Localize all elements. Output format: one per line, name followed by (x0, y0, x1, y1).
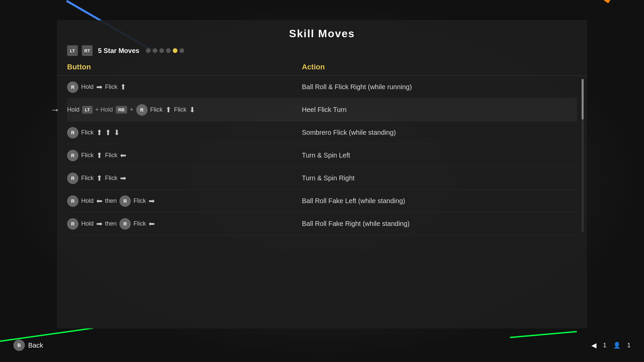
arrow-right-7a: ➡ (96, 220, 102, 228)
hold-text-7: Hold (81, 220, 94, 227)
move-row-5[interactable]: R Flick ⬆ Flick ➡ Turn & Spin Right (67, 167, 577, 190)
category-label: 5 Star Moves (98, 47, 139, 55)
button-col-7: R Hold ➡ then R Flick ⬅ (67, 218, 302, 230)
r-button-1: R (67, 81, 78, 93)
page-number: 1 (603, 342, 606, 349)
bottom-bar: B Back ◀ 1 👤 1 (0, 328, 644, 362)
dot-1 (146, 48, 151, 53)
hold-text-6: Hold (81, 197, 94, 204)
arrow-left-6: ⬅ (96, 197, 102, 205)
moves-container: R Hold ➡ Flick ⬆ Ball Roll & Flick Right… (57, 76, 587, 235)
dot-3 (159, 48, 164, 53)
action-3: Sombrero Flick (while standing) (302, 129, 577, 136)
arrow-up-1: ⬆ (120, 83, 126, 92)
r-button-2: R (136, 104, 148, 116)
main-panel: Skill Moves LT RT 5 Star Moves Button Ac… (57, 20, 587, 328)
button-col-3: R Flick ⬆ ⬆ ⬇ (67, 127, 302, 138)
page-dots (146, 48, 184, 53)
flick-text-5a: Flick (81, 175, 94, 182)
move-row-2[interactable]: → Hold LT + Hold RB + R Flick ⬆ Flick ⬇ … (67, 99, 577, 121)
action-4: Turn & Spin Left (302, 152, 577, 159)
selection-indicator: → (50, 105, 60, 115)
back-label: Back (28, 342, 43, 349)
move-row-1[interactable]: R Hold ➡ Flick ⬆ Ball Roll & Flick Right… (67, 76, 577, 99)
r-button-4: R (67, 150, 78, 161)
moves-list: R Hold ➡ Flick ⬆ Ball Roll & Flick Right… (57, 76, 587, 235)
button-column-header: Button (67, 63, 302, 71)
flick-text-1: Flick (105, 83, 117, 90)
b-button-icon: B (13, 340, 25, 351)
bottom-right-info: ◀ 1 👤 1 (591, 341, 631, 349)
lt-badge[interactable]: LT (67, 45, 78, 56)
hold-text-1: Hold (81, 83, 94, 90)
button-col-5: R Flick ⬆ Flick ➡ (67, 173, 302, 184)
arrow-right-1: ➡ (96, 83, 102, 92)
arrow-right-6: ➡ (149, 197, 155, 205)
player-icon: 👤 (613, 342, 621, 349)
lt-button-2: LT (82, 106, 93, 114)
flick-text-6: Flick (133, 197, 146, 204)
star-nav: LT RT 5 Star Moves (57, 45, 587, 63)
flick-text-4a: Flick (81, 152, 94, 159)
column-headers: Button Action (57, 63, 587, 76)
arrow-left-4: ⬅ (120, 151, 126, 160)
flick-text-3a: Flick (81, 129, 94, 136)
action-5: Turn & Spin Right (302, 174, 577, 182)
action-6: Ball Roll Fake Left (while standing) (302, 197, 577, 205)
dot-2 (153, 48, 157, 53)
r-button-6b: R (119, 195, 131, 207)
scrollbar-track[interactable] (582, 79, 584, 232)
arrow-down-2: ⬇ (189, 106, 195, 114)
plus-text-2: + Hold (95, 106, 113, 113)
arrow-up-4: ⬆ (96, 151, 102, 160)
then-text-7: then (105, 220, 117, 227)
move-row-4[interactable]: R Flick ⬆ Flick ⬅ Turn & Spin Left (67, 144, 577, 167)
action-7: Ball Roll Fake Right (while standing) (302, 220, 577, 228)
flick-text-4b: Flick (105, 152, 117, 159)
button-col-6: R Hold ⬅ then R Flick ➡ (67, 195, 302, 207)
back-button[interactable]: B Back (13, 340, 43, 351)
r-button-5: R (67, 173, 78, 184)
dot-6 (179, 48, 184, 53)
page-title: Skill Moves (57, 20, 587, 45)
hold-text-2a: Hold (67, 106, 79, 113)
arrow-up-3b: ⬆ (105, 128, 111, 137)
button-col-2: Hold LT + Hold RB + R Flick ⬆ Flick ⬇ (67, 104, 302, 116)
arrow-down-3: ⬇ (114, 128, 120, 137)
button-col-1: R Hold ➡ Flick ⬆ (67, 81, 302, 93)
arrow-left-7: ⬅ (149, 220, 155, 228)
dot-5 (173, 48, 177, 53)
dot-4 (166, 48, 171, 53)
flick-text-2a: Flick (150, 106, 163, 113)
arrow-right-5: ➡ (120, 174, 126, 183)
move-row-3[interactable]: R Flick ⬆ ⬆ ⬇ Sombrero Flick (while stan… (67, 121, 577, 144)
move-row-6[interactable]: R Hold ⬅ then R Flick ➡ Ball Roll Fake L… (67, 190, 577, 213)
plus2-text-2: + (130, 106, 133, 113)
r-button-3: R (67, 127, 78, 138)
rt-badge[interactable]: RT (82, 45, 93, 56)
arrow-up-5: ⬆ (96, 174, 102, 183)
then-text-6: then (105, 197, 117, 204)
r-button-6a: R (67, 195, 78, 207)
button-col-4: R Flick ⬆ Flick ⬅ (67, 150, 302, 161)
flick-text-5b: Flick (105, 175, 117, 182)
player-count: 1 (627, 342, 631, 349)
arrow-up-3a: ⬆ (96, 128, 102, 137)
flick-text-7: Flick (133, 220, 146, 227)
rb-button-2: RB (116, 106, 127, 114)
r-button-7a: R (67, 218, 78, 230)
move-row-7[interactable]: R Hold ➡ then R Flick ⬅ Ball Roll Fake R… (67, 213, 577, 235)
action-column-header: Action (302, 63, 577, 71)
r-button-7b: R (119, 218, 131, 230)
flick-text-2b: Flick (174, 106, 186, 113)
prev-arrow-icon[interactable]: ◀ (591, 341, 596, 349)
action-1: Ball Roll & Flick Right (while running) (302, 83, 577, 91)
scrollbar-thumb[interactable] (582, 79, 584, 119)
arrow-up-2a: ⬆ (165, 106, 171, 114)
action-2: Heel Flick Turn (302, 106, 577, 114)
